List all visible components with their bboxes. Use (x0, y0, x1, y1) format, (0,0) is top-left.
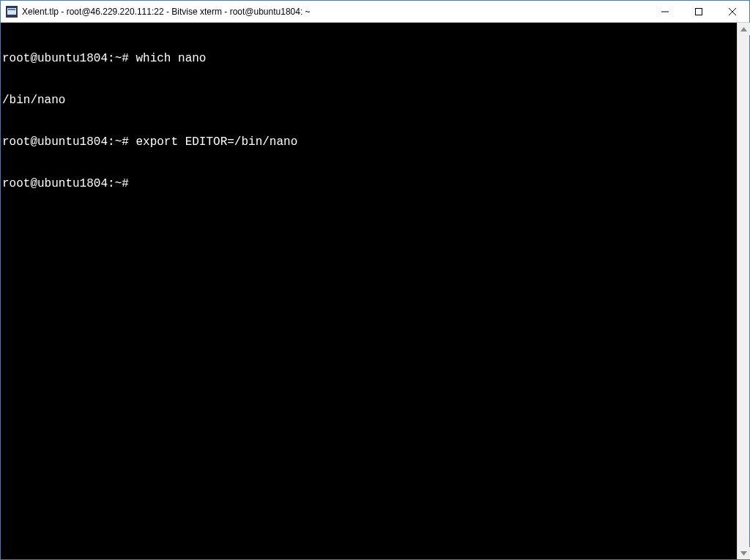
app-icon (6, 6, 18, 18)
window-controls (648, 1, 749, 22)
vertical-scrollbar[interactable] (737, 23, 749, 559)
scroll-up-arrow-icon[interactable] (738, 23, 750, 35)
window-title: Xelent.tlp - root@46.229.220.111:22 - Bi… (22, 7, 648, 17)
scroll-down-arrow-icon[interactable] (738, 547, 750, 559)
titlebar[interactable]: Xelent.tlp - root@46.229.220.111:22 - Bi… (1, 1, 749, 23)
terminal-line: root@ubuntu1804:~# which nano (2, 52, 735, 66)
minimize-button[interactable] (648, 1, 682, 22)
svg-marker-7 (740, 27, 747, 31)
svg-rect-2 (8, 9, 15, 10)
svg-rect-4 (696, 8, 702, 15)
minimize-icon (661, 8, 669, 15)
client-area: root@ubuntu1804:~# which nano /bin/nano … (1, 23, 749, 559)
terminal-line: root@ubuntu1804:~# (2, 177, 735, 191)
app-window: Xelent.tlp - root@46.229.220.111:22 - Bi… (0, 0, 750, 560)
terminal-line: root@ubuntu1804:~# export EDITOR=/bin/na… (2, 135, 735, 149)
maximize-icon (695, 8, 702, 15)
terminal[interactable]: root@ubuntu1804:~# which nano /bin/nano … (1, 23, 737, 559)
close-icon (729, 8, 736, 15)
close-button[interactable] (716, 1, 749, 22)
svg-marker-8 (740, 551, 747, 556)
terminal-line: /bin/nano (2, 94, 735, 108)
maximize-button[interactable] (682, 1, 716, 22)
